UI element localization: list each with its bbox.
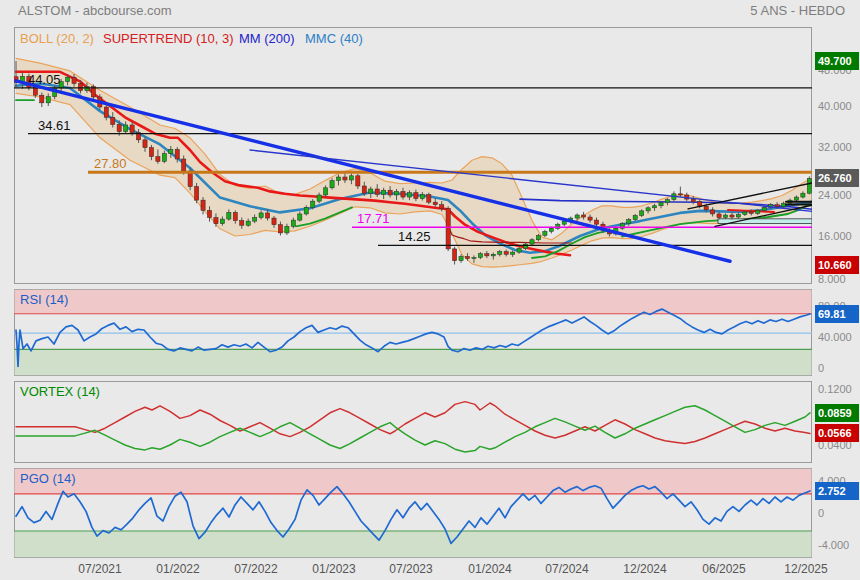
pgo-panel[interactable] — [14, 468, 812, 558]
pgo-value-badge: 2.752 — [815, 482, 859, 500]
price-badge: 26.760 — [815, 169, 859, 187]
y-axis-tick: 0 — [818, 507, 824, 519]
page: ALSTOM - abcbourse.com 5 ANS - HEBDO RSI… — [0, 0, 860, 580]
price-badge: 49.700 — [815, 52, 859, 70]
rsi-value-badge: 69.81 — [815, 305, 859, 323]
main-chart-panel[interactable] — [14, 27, 812, 284]
period-label: 5 ANS - HEBDO — [750, 3, 845, 18]
x-axis-label: 12/2024 — [623, 562, 666, 576]
price-level-label: 14.25 — [398, 229, 431, 244]
y-axis-tick: 40.000 — [818, 331, 852, 343]
y-axis-tick: 40.000 — [818, 100, 852, 112]
price-level-label: 34.61 — [38, 118, 71, 133]
x-axis-label: 01/2022 — [156, 562, 199, 576]
x-axis-label: 12/2025 — [784, 562, 827, 576]
y-axis-tick: 0.1200 — [818, 383, 852, 395]
x-axis-label: 07/2024 — [545, 562, 588, 576]
vortex-value-badge: 0.0566 — [815, 424, 859, 442]
y-axis-tick: 32.000 — [818, 141, 852, 153]
vortex-panel[interactable] — [14, 381, 812, 463]
legend-mm: MM (200) — [239, 31, 295, 46]
y-axis-tick: 0 — [818, 362, 824, 374]
x-axis-label: 01/2023 — [312, 562, 355, 576]
rsi-panel[interactable] — [14, 289, 812, 376]
x-axis-label: 07/2021 — [78, 562, 121, 576]
pgo-label: PGO (14) — [20, 471, 76, 486]
price-level-label: 27.80 — [94, 156, 127, 171]
y-axis-tick: 8.000 — [818, 273, 846, 285]
rsi-label: RSI (14) — [20, 292, 68, 307]
vortex-value-badge: 0.0859 — [815, 404, 859, 422]
y-axis-tick: 16.000 — [818, 230, 852, 242]
legend-boll: BOLL (20, 2) — [20, 31, 94, 46]
vortex-label: VORTEX (14) — [20, 384, 100, 399]
price-badge: 10.660 — [815, 256, 859, 274]
x-axis-label: 07/2022 — [234, 562, 277, 576]
legend-mmc: MMC (40) — [305, 31, 363, 46]
price-level-label: 44.05 — [28, 72, 61, 87]
y-axis-tick: 24.000 — [818, 189, 852, 201]
chart-title: ALSTOM - abcbourse.com — [18, 3, 172, 18]
legend-supertrend: SUPERTREND (10, 3) — [103, 31, 234, 46]
x-axis-label: 06/2025 — [702, 562, 745, 576]
price-level-label: 17.71 — [357, 211, 390, 226]
x-axis-label: 07/2023 — [389, 562, 432, 576]
x-axis-label: 01/2024 — [468, 562, 511, 576]
y-axis-tick: -4.000 — [818, 539, 849, 551]
